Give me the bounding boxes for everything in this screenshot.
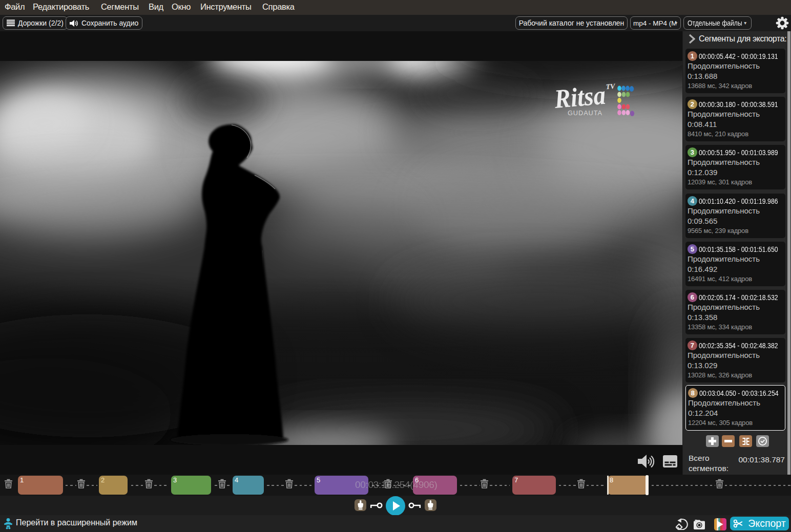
svg-text:TV: TV: [606, 82, 616, 91]
svg-text:GUDAUTA: GUDAUTA: [568, 109, 602, 117]
